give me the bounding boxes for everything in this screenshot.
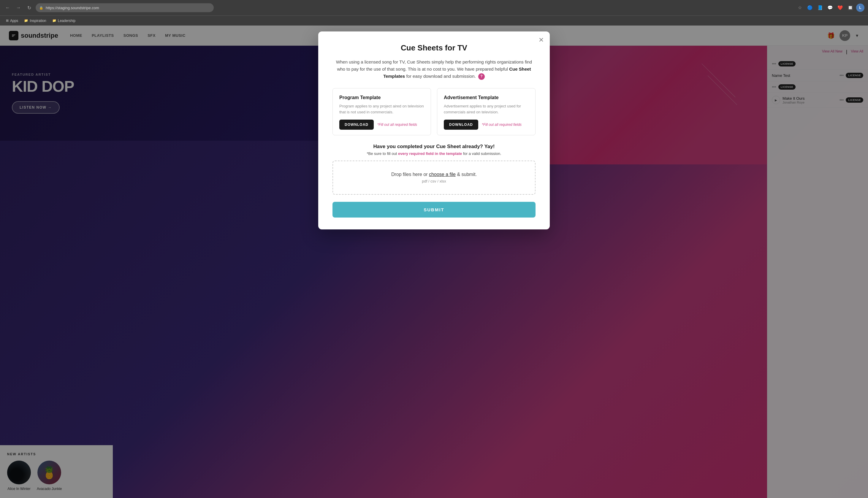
ext-icon-heart[interactable]: ❤️ (836, 3, 844, 12)
bookmark-inspiration-label: Inspiration (30, 19, 46, 23)
refresh-button[interactable]: ↻ (25, 3, 33, 12)
bookmark-apps[interactable]: ⊞ Apps (3, 18, 21, 24)
modal-title: Cue Sheets for TV (332, 43, 536, 53)
program-required-note: *Fill out all required fields (377, 122, 417, 127)
page-wrapper: soundstripe HOME PLAYLISTS SONGS SFX MY … (0, 26, 868, 498)
modal-desc-part1: When using a licensed song for TV, Cue S… (336, 60, 532, 71)
completed-title-text: Have you completed your Cue Sheet alread… (373, 144, 483, 149)
bookmark-leadership[interactable]: 📁 Leadership (50, 18, 78, 24)
program-template-card: Program Template Program applies to any … (332, 88, 431, 135)
modal-desc-part2: for easy download and submission. (405, 74, 476, 79)
modal-description: When using a licensed song for TV, Cue S… (332, 58, 536, 80)
template-cards: Program Template Program applies to any … (332, 88, 536, 135)
address-bar[interactable]: 🔒 https://staging.soundstripe.com (36, 3, 214, 12)
completed-yay: Yay! (483, 144, 495, 149)
bookmark-inspiration[interactable]: 📁 Inspiration (22, 18, 48, 24)
advertisement-download-button[interactable]: DOWNLOAD (444, 120, 478, 130)
program-template-desc: Program applies to any project aired on … (339, 103, 424, 115)
advertisement-template-desc: Advertisement applies to any project use… (444, 103, 529, 115)
folder-icon-inspiration: 📁 (24, 19, 28, 23)
cue-completed-note: *Be sure to fill out every required fiel… (332, 152, 536, 156)
cue-completed-title: Have you completed your Cue Sheet alread… (332, 144, 536, 149)
advertisement-template-actions: DOWNLOAD *Fill out all required fields (444, 120, 529, 130)
apps-icon: ⊞ (6, 19, 9, 23)
modal-close-button[interactable]: ✕ (539, 37, 544, 43)
url-text: https://staging.soundstripe.com (46, 5, 99, 10)
note-part2: for a valid submission. (462, 152, 501, 156)
ext-icon-2[interactable]: 📘 (816, 3, 824, 12)
modal: ✕ Cue Sheets for TV When using a license… (318, 31, 550, 230)
bookmark-apps-label: Apps (10, 19, 18, 23)
advertisement-template-card: Advertisement Template Advertisement app… (437, 88, 536, 135)
bookmark-leadership-label: Leadership (58, 19, 75, 23)
advertisement-template-title: Advertisement Template (444, 95, 529, 100)
note-highlight: every required field in the template (398, 152, 462, 156)
user-avatar-button[interactable]: L (856, 3, 865, 12)
advertisement-required-note: *Fill out all required fields (482, 122, 522, 127)
note-part1: *Be sure to fill out (367, 152, 398, 156)
drop-text-part1: Drop files here or (391, 172, 429, 177)
folder-icon-leadership: 📁 (52, 19, 56, 23)
program-download-button[interactable]: DOWNLOAD (339, 120, 374, 130)
drop-zone-text: Drop files here or choose a file & submi… (340, 172, 528, 177)
ext-icon-3[interactable]: 💬 (826, 3, 834, 12)
modal-overlay[interactable]: ✕ Cue Sheets for TV When using a license… (0, 26, 868, 498)
choose-file-link[interactable]: choose a file (429, 172, 456, 177)
drop-zone[interactable]: Drop files here or choose a file & submi… (332, 160, 536, 195)
drop-zone-formats: pdf / csv / xlsx (340, 179, 528, 183)
ext-icon-4[interactable]: 🔲 (846, 3, 854, 12)
bookmarks-bar: ⊞ Apps 📁 Inspiration 📁 Leadership (0, 15, 868, 26)
browser-chrome: ← → ↻ 🔒 https://staging.soundstripe.com … (0, 0, 868, 15)
program-template-title: Program Template (339, 95, 424, 100)
drop-text-part2: & submit. (456, 172, 477, 177)
cue-completed-section: Have you completed your Cue Sheet alread… (332, 144, 536, 156)
back-button[interactable]: ← (3, 3, 12, 12)
forward-button[interactable]: → (14, 3, 23, 12)
submit-button[interactable]: SUBMIT (332, 202, 536, 218)
lock-icon: 🔒 (39, 6, 43, 10)
program-template-actions: DOWNLOAD *Fill out all required fields (339, 120, 424, 130)
star-button[interactable]: ☆ (795, 3, 804, 12)
browser-icons: ☆ 🔵 📘 💬 ❤️ 🔲 L (795, 3, 865, 12)
ext-icon-1[interactable]: 🔵 (806, 3, 814, 12)
help-icon[interactable]: ? (478, 73, 485, 80)
